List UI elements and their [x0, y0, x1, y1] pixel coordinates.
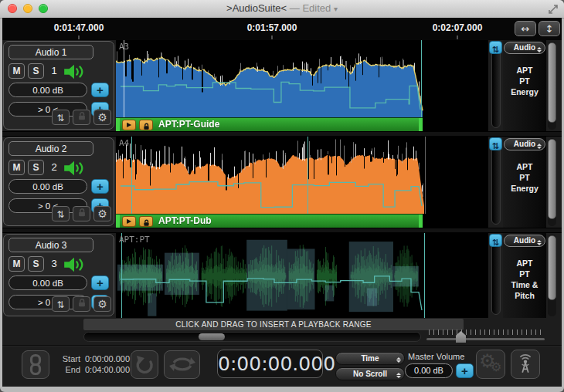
clip-bar[interactable]: ▶ APT:PT-Dub: [116, 214, 423, 228]
plugin-panel: Audio APT PT Energy: [503, 137, 546, 228]
clip-lock-icon[interactable]: [139, 120, 153, 130]
horizontal-zoom-button[interactable]: ↔: [515, 21, 536, 36]
plugin-type-select[interactable]: Audio: [504, 42, 545, 54]
plugin-type-select[interactable]: Audio: [504, 138, 545, 150]
gain-field[interactable]: 0.00 dB: [8, 179, 87, 194]
solo-button[interactable]: S: [28, 160, 44, 175]
end-label: End: [54, 365, 80, 374]
track-row-2: Audio 2 M S 2 0.00 dB + > 0 < + ⇅: [0, 137, 564, 228]
gain-plus-button[interactable]: +: [91, 275, 109, 290]
main-time-display[interactable]: 0:00:00.000: [217, 350, 323, 378]
zoom-slider-ticks: [429, 329, 543, 335]
solo-button[interactable]: S: [28, 256, 44, 272]
plugin-reorder-button[interactable]: ⇅: [489, 234, 502, 247]
plugin-scrollbar[interactable]: [548, 235, 556, 316]
plugin-type-select[interactable]: Audio: [504, 235, 545, 247]
clip-label: APT:PT-Dub: [158, 215, 212, 226]
plugin-scrollbar[interactable]: [548, 42, 556, 130]
track-number: 1: [48, 65, 60, 76]
playback-range-bar[interactable]: CLICK AND DRAG TO INSERT A PLAYBACK RANG…: [83, 319, 464, 330]
gain-plus-button[interactable]: +: [91, 179, 109, 194]
window-title: >AudioSuite< — Edited ▾: [0, 2, 564, 14]
mute-button[interactable]: M: [8, 256, 25, 272]
broadcast-antenna-button[interactable]: [511, 350, 540, 379]
waveform-area[interactable]: A3 ▶ APT:PT-Guide: [116, 40, 488, 131]
waveform-label: A3: [119, 42, 129, 52]
plugin-panel: Audio APT PT Time & Pitch: [503, 233, 546, 318]
timeline-ruler[interactable]: 0:01:47.000 0:01:57.000 0:02:07.000 ↔ ↕: [2, 18, 562, 40]
zoom-slider-track[interactable]: [426, 338, 545, 340]
gain-field[interactable]: 0.00 dB: [8, 275, 87, 290]
track-name-button[interactable]: Audio 3: [8, 238, 93, 252]
waveform-canvas[interactable]: [116, 233, 488, 318]
solo-button[interactable]: S: [28, 63, 44, 79]
scrollbar-thumb[interactable]: [548, 235, 556, 300]
track-2-panel: Audio 2 M S 2 0.00 dB + > 0 < + ⇅: [3, 137, 114, 226]
select-spinner-icon: [537, 238, 542, 248]
track-name-button[interactable]: Audio 2: [8, 141, 93, 156]
scrollbar-thumb[interactable]: [548, 139, 556, 219]
link-selection-button[interactable]: [22, 350, 49, 379]
settings-gear-icon[interactable]: ⚙: [93, 110, 111, 125]
reorder-button[interactable]: ⇅: [52, 206, 70, 221]
mute-button[interactable]: M: [8, 160, 25, 175]
vertical-zoom-button[interactable]: ↕: [539, 21, 560, 36]
plugin-reorder-button[interactable]: ⇅: [489, 41, 502, 54]
plugin-name: APT PT Time & Pitch: [503, 258, 546, 301]
settings-gears-button[interactable]: ⚙ ⚙: [476, 350, 505, 379]
clip-lock-icon[interactable]: [139, 216, 153, 227]
track-height-slider[interactable]: [491, 45, 501, 128]
waveform-canvas[interactable]: [116, 40, 488, 117]
waveform-label: APT:PT: [119, 235, 150, 245]
row-divider: [2, 131, 562, 137]
waveform-canvas[interactable]: [116, 137, 488, 214]
master-volume-field[interactable]: 0.00 dB: [405, 363, 453, 378]
title-bar[interactable]: >AudioSuite< — Edited ▾: [0, 0, 564, 19]
scrollbar-thumb[interactable]: [548, 42, 556, 123]
speaker-icon[interactable]: [63, 160, 86, 177]
waveform-area[interactable]: A4 ▶ APT:PT-Dub: [116, 137, 488, 228]
scrollbar-thumb[interactable]: [199, 333, 225, 340]
ruler-tick: [272, 35, 273, 39]
plugin-name: APT PT Energy: [503, 161, 546, 194]
waveform-label: A4: [119, 138, 129, 148]
track-name-button[interactable]: Audio 1: [8, 45, 93, 59]
time-mode-select[interactable]: Time: [335, 352, 405, 365]
lock-button[interactable]: [73, 296, 90, 312]
transport-divider: [2, 345, 562, 346]
master-volume-plus-button[interactable]: +: [456, 363, 474, 378]
clip-bar[interactable]: ▶ APT:PT-Guide: [116, 117, 423, 131]
clip-play-icon[interactable]: ▶: [122, 120, 136, 130]
track-height-slider[interactable]: [491, 238, 501, 315]
loop-button[interactable]: [164, 350, 200, 379]
mute-button[interactable]: M: [8, 63, 25, 79]
settings-gear-icon[interactable]: ⚙: [93, 206, 111, 221]
plugin-scrollbar[interactable]: [548, 138, 556, 226]
reorder-button[interactable]: ⇅: [52, 296, 70, 312]
horizontal-scrollbar[interactable]: [83, 332, 421, 342]
ruler-tick: [457, 35, 458, 39]
settings-gear-icon[interactable]: ⚙: [93, 296, 111, 312]
clip-play-icon[interactable]: ▶: [122, 216, 136, 227]
gain-field[interactable]: 0.00 dB: [8, 83, 87, 97]
time-label: 0:02:07.000: [433, 22, 483, 33]
gain-plus-button[interactable]: +: [91, 83, 109, 97]
waveform-area[interactable]: APT:PT: [116, 233, 488, 318]
start-label: Start: [54, 354, 80, 363]
track-row-3: Audio 3 M S 3 0.00 dB + > 0 < + ⇅: [0, 233, 564, 318]
undo-button[interactable]: [131, 350, 158, 379]
proxy-caret-icon[interactable]: ▾: [334, 5, 338, 13]
time-label: 0:01:57.000: [247, 22, 297, 33]
plugin-reorder-button[interactable]: ⇅: [489, 137, 502, 150]
lock-button[interactable]: [73, 110, 90, 125]
row-divider: [2, 228, 562, 233]
fullscreen-icon[interactable]: [547, 3, 559, 15]
select-spinner-icon: [537, 45, 542, 55]
track-row-1: Audio 1 M S 1 0.00 dB + > 0 < + ⇅: [0, 40, 564, 131]
reorder-button[interactable]: ⇅: [52, 110, 70, 125]
track-height-slider[interactable]: [491, 141, 501, 225]
scroll-mode-select[interactable]: No Scroll: [335, 367, 405, 380]
lock-button[interactable]: [73, 206, 90, 221]
speaker-icon[interactable]: [63, 256, 86, 273]
speaker-icon[interactable]: [63, 63, 86, 80]
